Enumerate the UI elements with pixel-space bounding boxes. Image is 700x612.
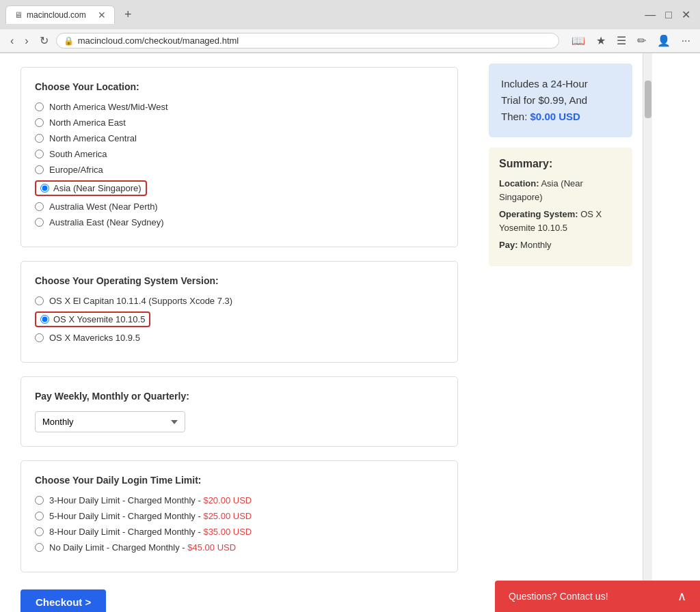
daily-limit-option-3[interactable]: No Daily Limit - Charged Monthly - $45.0… [35,542,444,553]
location-option-3[interactable]: South America [35,149,444,159]
address-bar[interactable] [78,36,552,46]
nav-bar: ‹ › ↻ 🔒 📖 ★ ☰ ✏ 👤 ··· [0,29,700,53]
pay-section: Pay Weekly, Monthly or Quarterly: Weekly… [21,376,458,447]
trial-price: $0.00 USD [530,111,580,122]
contact-chevron-icon: ∧ [677,589,686,604]
location-radio-5[interactable] [40,184,49,193]
location-option-2[interactable]: North America Central [35,133,444,143]
daily-label-3: No Daily Limit - Charged Monthly - $45.0… [49,542,236,553]
os-option-0[interactable]: OS X El Capitan 10.11.4 (Supports Xcode … [35,296,444,306]
os-option-2[interactable]: OS X Mavericks 10.9.5 [35,333,444,343]
location-radio-2[interactable] [35,134,44,143]
reader-view-button[interactable]: 📖 [569,33,588,48]
daily-radio-0[interactable] [35,496,44,505]
scrollbar-track[interactable] [643,53,652,612]
summary-pay-label: Pay: [499,240,517,250]
reload-button[interactable]: ↻ [36,33,52,48]
forward-button[interactable]: › [21,33,31,48]
pay-dropdown-container: Weekly Monthly Quarterly [35,411,444,432]
location-radio-6[interactable] [35,202,44,211]
location-option-5[interactable]: Asia (Near Singapore) [35,180,444,196]
browser-chrome: 🖥 macincloud.com ✕ + — □ ✕ ‹ › ↻ 🔒 📖 ★ ☰… [0,0,700,53]
location-label-7: Australia East (Near Sydney) [49,217,164,227]
new-tab-button[interactable]: + [118,4,139,25]
daily-radio-3[interactable] [35,543,44,552]
daily-price-3: $45.00 USD [187,542,236,553]
location-label-0: North America West/Mid-West [49,102,168,112]
daily-limit-title: Choose Your Daily Login Time Limit: [35,475,444,486]
pay-section-title: Pay Weekly, Monthly or Quarterly: [35,391,444,402]
title-bar: 🖥 macincloud.com ✕ + — □ ✕ [0,0,700,29]
location-label-4: Europe/Africa [49,165,103,175]
daily-price-0: $20.00 USD [203,495,252,505]
location-label-2: North America Central [49,133,137,143]
daily-label-1: 5-Hour Daily Limit - Charged Monthly - $… [49,511,252,521]
trial-line3: Then: [501,111,527,122]
window-controls: — □ ✕ [641,7,695,23]
daily-label-0: 3-Hour Daily Limit - Charged Monthly - $… [49,495,252,505]
daily-limit-option-0[interactable]: 3-Hour Daily Limit - Charged Monthly - $… [35,495,444,505]
page-wrapper: Choose Your Location: North America West… [0,53,700,612]
daily-price-2: $35.00 USD [203,527,252,537]
location-option-4[interactable]: Europe/Africa [35,165,444,175]
contact-label: Questions? Contact us! [509,591,608,602]
os-radio-2[interactable] [35,333,44,342]
daily-limit-option-1[interactable]: 5-Hour Daily Limit - Charged Monthly - $… [35,511,444,521]
os-radio-1[interactable] [40,315,49,324]
main-content: Choose Your Location: North America West… [0,53,479,612]
daily-limit-section: Choose Your Daily Login Time Limit: 3-Ho… [21,460,458,572]
location-radio-0[interactable] [35,102,44,111]
bookmark-button[interactable]: ★ [593,33,608,48]
location-radio-4[interactable] [35,165,44,174]
daily-radio-2[interactable] [35,527,44,536]
summary-box: Summary: Location: Asia (Near Singapore)… [489,148,632,266]
summary-os-label: Operating System: [499,209,578,219]
checkout-button[interactable]: Checkout > [21,589,106,612]
os-section: Choose Your Operating System Version: OS… [21,261,458,363]
location-radio-7[interactable] [35,218,44,227]
page-layout: Choose Your Location: North America West… [0,53,700,612]
minimize-button[interactable]: — [641,7,660,23]
location-label-1: North America East [49,117,126,128]
summary-location-label: Location: [499,178,539,189]
trial-box: Includes a 24-Hour Trial for $0.99, And … [489,64,632,137]
os-label-2: OS X Mavericks 10.9.5 [49,333,140,343]
location-option-1[interactable]: North America East [35,117,444,128]
pay-select[interactable]: Weekly Monthly Quarterly [35,411,185,432]
location-label-5: Asia (Near Singapore) [53,183,142,193]
profile-button[interactable]: 👤 [654,33,673,48]
daily-price-1: $25.00 USD [203,511,252,521]
close-window-button[interactable]: ✕ [677,7,695,23]
summary-title: Summary: [499,158,622,170]
sidebar: Includes a 24-Hour Trial for $0.99, And … [479,53,643,612]
location-radio-1[interactable] [35,118,44,127]
checkout-area: Checkout > [21,586,458,612]
tab-favicon: 🖥 [14,10,23,20]
location-radio-3[interactable] [35,150,44,158]
os-label-1: OS X Yosemite 10.10.5 [53,314,145,324]
browser-tab[interactable]: 🖥 macincloud.com ✕ [5,5,115,24]
scrollbar-thumb[interactable] [645,81,651,118]
daily-limit-option-2[interactable]: 8-Hour Daily Limit - Charged Monthly - $… [35,527,444,537]
location-option-7[interactable]: Australia East (Near Sydney) [35,217,444,227]
contact-bar[interactable]: Questions? Contact us! ∧ [495,581,700,612]
os-option-1[interactable]: OS X Yosemite 10.10.5 [35,311,444,327]
maximize-button[interactable]: □ [661,7,676,23]
location-option-6[interactable]: Australia West (Near Perth) [35,201,444,212]
os-radio-0[interactable] [35,296,44,305]
summary-pay-value: Monthly [520,240,552,250]
edit-button[interactable]: ✏ [634,33,649,48]
daily-label-2: 8-Hour Daily Limit - Charged Monthly - $… [49,527,252,537]
menu-button[interactable]: ☰ [614,33,629,48]
daily-radio-1[interactable] [35,512,44,520]
summary-os-row: Operating System: OS X Yosemite 10.10.5 [499,208,622,234]
back-button[interactable]: ‹ [7,33,17,48]
trial-line1: Includes a 24-Hour [501,78,588,89]
address-bar-container: 🔒 [56,33,559,48]
location-option-0[interactable]: North America West/Mid-West [35,102,444,112]
summary-location-row: Location: Asia (Near Singapore) [499,177,622,204]
summary-pay-row: Pay: Monthly [499,238,622,252]
tab-close-button[interactable]: ✕ [98,10,106,20]
nav-icons: 📖 ★ ☰ ✏ 👤 ··· [569,33,693,48]
more-button[interactable]: ··· [679,33,693,48]
